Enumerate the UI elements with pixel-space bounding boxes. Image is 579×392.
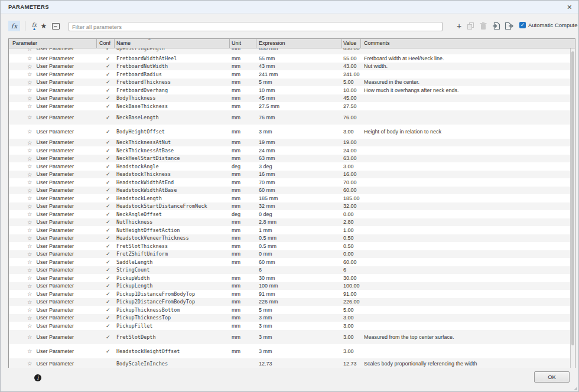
table-row[interactable]: ☆User Parameter✓NeckBaseLengthmm76 mm76.…	[9, 110, 570, 125]
parameter-name[interactable]: FretZShiftUniform	[115, 251, 230, 257]
table-row[interactable]: ☆User Parameter✓NeckBaseThicknessmm27.5 …	[9, 102, 570, 110]
table-row[interactable]: ☆User Parameter✓HeadstockWidthAtEndmm70 …	[9, 178, 570, 187]
table-row[interactable]: ☆User Parameter✓HeadstockHeightOffsetmm3…	[9, 344, 570, 358]
parameter-comment[interactable]: Height of body in relation to neck	[361, 129, 570, 135]
parameter-name[interactable]: FretboardThickness	[115, 79, 230, 85]
favorite-star-icon[interactable]: ☆	[27, 55, 32, 61]
table-row[interactable]: ☆User Parameter✓PickupWidthmm30 mm30.00	[9, 274, 570, 282]
parameter-name[interactable]: NeckThicknessAtNut	[115, 139, 230, 145]
favorite-star-icon[interactable]: ☆	[27, 155, 32, 162]
table-row[interactable]: ☆User Parameter✓HeadstockAngledeg3 deg3.…	[9, 162, 570, 171]
parameter-name[interactable]: HeadstockHeightOffset	[115, 348, 230, 354]
table-row[interactable]: ☆User Parameter✓SaddleLengthmm60 mm60.00	[9, 258, 570, 266]
column-header-expression[interactable]: Expression	[256, 39, 342, 48]
parameter-name[interactable]: NutHeightOffsetAction	[115, 227, 230, 233]
parameter-expression[interactable]: 91 mm	[256, 291, 342, 297]
table-row[interactable]: ☆User Parameter✓FretboardNutWidthmm43 mm…	[9, 63, 570, 71]
favorite-star-icon[interactable]: ☆	[27, 139, 32, 146]
table-row[interactable]: ☆User Parameter✓HeadstockVeneerThickness…	[9, 234, 570, 243]
parameter-expression[interactable]: 3 mm	[256, 315, 342, 321]
parameter-name[interactable]: HeadstockWidthAtEnd	[115, 179, 230, 185]
table-row[interactable]: ☆User Parameter✓FretSlotDepthmm3 mm3.00M…	[9, 330, 570, 344]
parameter-expression[interactable]: 0.5 mm	[256, 243, 342, 249]
parameter-expression[interactable]: 226 mm	[256, 299, 342, 305]
table-row[interactable]: ☆User Parameter✓FretboardThicknessmm5 mm…	[9, 79, 570, 87]
parameter-name[interactable]: HeadstockLength	[115, 195, 230, 201]
favorite-star-icon[interactable]: ☆	[27, 251, 32, 257]
parameter-expression[interactable]: 12.73	[256, 361, 342, 367]
import-icon[interactable]	[492, 22, 501, 30]
ok-button[interactable]: OK	[534, 371, 570, 383]
parameter-expression[interactable]: 241 mm	[256, 71, 342, 77]
parameter-name[interactable]: NeckHeelStartDistance	[115, 155, 230, 161]
parameter-name[interactable]: NeckThicknessAtBase	[115, 148, 230, 153]
copy-icon[interactable]	[467, 22, 475, 30]
parameter-expression[interactable]: 60 mm	[256, 187, 342, 193]
parameter-comment[interactable]: Scales body proportionally referencing t…	[361, 361, 570, 367]
parameter-name[interactable]: PickupThicknessTop	[115, 315, 230, 321]
parameter-name[interactable]: FretboardWidthAtHeel	[115, 55, 230, 61]
parameter-name[interactable]: BodyThickness	[115, 95, 230, 101]
favorite-star-icon[interactable]: ☆	[27, 163, 32, 169]
table-row[interactable]: ☆User ParameterBodyScaleInInches12.7312.…	[9, 358, 570, 368]
parameter-expression[interactable]: 6	[256, 267, 342, 273]
parameter-expression[interactable]: 63 mm	[256, 155, 342, 161]
favorite-star-icon[interactable]: ☆	[27, 79, 32, 86]
parameter-expression[interactable]: 3 mm	[256, 129, 342, 135]
parameter-expression[interactable]: 30 mm	[256, 275, 342, 281]
parameter-name[interactable]: SaddleLength	[115, 259, 230, 265]
favorite-star-icon[interactable]: ☆	[27, 283, 32, 289]
parameter-comment[interactable]: Measured from the top center surface.	[361, 334, 570, 340]
parameter-name[interactable]: PickupThicknessBottom	[115, 307, 230, 313]
parameter-name[interactable]: FretSlotDepth	[115, 334, 230, 340]
table-row[interactable]: ☆User Parameter✓HeadstockStartDistanceFr…	[9, 202, 570, 211]
parameter-expression[interactable]: 1 mm	[256, 227, 342, 233]
parameter-expression[interactable]: 76 mm	[256, 115, 342, 120]
favorite-star-icon[interactable]: ☆	[27, 187, 32, 194]
parameter-expression[interactable]: 70 mm	[256, 179, 342, 185]
table-row[interactable]: ☆User Parameter✓NeckAngleOffsetdeg0 deg0…	[9, 210, 570, 218]
parameter-name[interactable]: HeadstockVeneerThickness	[115, 235, 230, 241]
parameter-name[interactable]: FretboardNutWidth	[115, 63, 230, 69]
column-header-comments[interactable]: Comments	[361, 39, 575, 48]
favorite-star-icon[interactable]: ☆	[27, 128, 32, 135]
favorite-star-icon[interactable]: ☆	[27, 63, 32, 70]
table-row[interactable]: ☆User Parameter✓FretSlotThicknessmm0.5 m…	[9, 242, 570, 250]
parameter-expression[interactable]: 100 mm	[256, 283, 342, 289]
table-row[interactable]: ☆User Parameter✓StringCount66	[9, 266, 570, 275]
favorite-star-icon[interactable]: ☆	[27, 334, 32, 340]
resize-grip[interactable]	[574, 387, 577, 390]
parameter-name[interactable]: OpenStringLength	[115, 48, 230, 51]
delete-icon[interactable]	[479, 22, 487, 30]
table-row[interactable]: ☆User Parameter✓PickupLengthmm100 mm100.…	[9, 282, 570, 290]
parameter-name[interactable]: NeckBaseThickness	[115, 103, 230, 109]
column-header-name[interactable]: Name	[115, 39, 230, 48]
table-row[interactable]: ☆User Parameter✓OpenStringLengthmm650 mm…	[9, 48, 570, 54]
parameter-name[interactable]: FretboardRadius	[115, 71, 230, 77]
parameter-comment[interactable]: Fretboard width at Heel/Neck line.	[361, 55, 570, 61]
parameter-comment[interactable]: How much it overhangs after neck ends.	[361, 87, 570, 93]
favorite-star-icon[interactable]: ☆	[27, 171, 32, 178]
favorite-star-icon[interactable]: ☆	[27, 306, 32, 313]
parameter-name[interactable]: BodyScaleInInches	[115, 361, 230, 367]
add-parameter-button[interactable]: +	[454, 21, 464, 31]
table-row[interactable]: ☆User Parameter✓FretZShiftUniformmm0 mm0…	[9, 250, 570, 259]
parameter-expression[interactable]: 3 mm	[256, 348, 342, 354]
comments-filter-button[interactable]	[50, 21, 61, 31]
parameter-expression[interactable]: 650 mm	[256, 48, 342, 51]
favorite-star-icon[interactable]: ☆	[27, 211, 32, 217]
favorite-star-icon[interactable]: ☆	[27, 348, 32, 354]
column-header-conf[interactable]: Conf	[97, 39, 115, 48]
favorite-star-icon[interactable]: ☆	[27, 235, 32, 241]
parameter-expression[interactable]: 32 mm	[256, 203, 342, 209]
parameter-expression[interactable]: 3 deg	[256, 164, 342, 169]
info-icon[interactable]: i	[34, 374, 41, 381]
parameter-comment[interactable]: Nut width.	[361, 63, 570, 69]
parameter-expression[interactable]: 5 mm	[256, 79, 342, 85]
export-icon[interactable]	[505, 22, 514, 30]
favorite-star-icon[interactable]: ☆	[27, 179, 32, 185]
parameter-name[interactable]: HeadstockThickness	[115, 171, 230, 177]
parameter-expression[interactable]: 3 mm	[256, 323, 342, 329]
parameter-expression[interactable]: 24 mm	[256, 148, 342, 153]
column-header-parameter[interactable]: Parameter	[9, 39, 97, 48]
